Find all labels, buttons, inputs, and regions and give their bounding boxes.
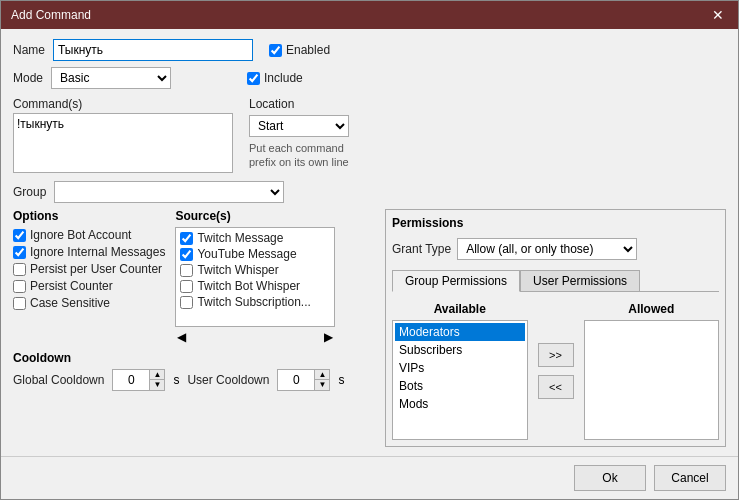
option-ignore-internal: Ignore Internal Messages — [13, 245, 165, 259]
tab-user-permissions[interactable]: User Permissions — [520, 270, 640, 291]
allowed-label: Allowed — [584, 302, 720, 316]
commands-section: Command(s) !тыкнуть Location Start End A… — [13, 97, 726, 173]
perm-item-moderators[interactable]: Moderators — [395, 323, 525, 341]
global-cooldown-unit: s — [173, 373, 179, 387]
close-button[interactable]: ✕ — [708, 8, 728, 22]
permissions-panel: Permissions Grant Type Allow (all, or on… — [385, 209, 726, 447]
global-cooldown-spinner: ▲ ▼ — [112, 369, 165, 391]
user-cooldown-spinner: ▲ ▼ — [277, 369, 330, 391]
name-label: Name — [13, 43, 45, 57]
enabled-checkbox[interactable] — [269, 44, 282, 57]
case-sensitive-checkbox[interactable] — [13, 297, 26, 310]
name-input[interactable] — [53, 39, 253, 61]
tabs-row: Group Permissions User Permissions — [392, 270, 719, 292]
commands-textarea[interactable]: !тыкнуть — [13, 113, 233, 173]
options-sources: Options Ignore Bot Account Ignore Intern… — [13, 209, 373, 345]
source-youtube-message-checkbox[interactable] — [180, 248, 193, 261]
persist-counter-checkbox[interactable] — [13, 280, 26, 293]
window-title: Add Command — [11, 8, 91, 22]
source-twitch-message-checkbox[interactable] — [180, 232, 193, 245]
option-persist-user: Persist per User Counter — [13, 262, 165, 276]
commands-area-wrap: Command(s) !тыкнуть — [13, 97, 233, 173]
group-select[interactable] — [54, 181, 284, 203]
source-twitch-sub-message-checkbox[interactable] — [180, 296, 193, 309]
mode-select[interactable]: Basic Advanced — [51, 67, 171, 89]
persist-counter-label: Persist Counter — [30, 279, 113, 293]
enabled-label: Enabled — [286, 43, 330, 57]
available-list[interactable]: Moderators Subscribers VIPs Bots Mods — [392, 320, 528, 440]
sources-scroll-nav: ◀ ▶ — [175, 329, 335, 345]
source-twitch-whisper-checkbox[interactable] — [180, 264, 193, 277]
left-panel: Options Ignore Bot Account Ignore Intern… — [13, 209, 373, 447]
source-twitch-whisper: Twitch Whisper — [178, 262, 332, 278]
source-twitch-sub-message: Twitch Subscription... — [178, 294, 332, 310]
persist-user-checkbox[interactable] — [13, 263, 26, 276]
mode-row: Mode Basic Advanced Include — [13, 67, 726, 89]
footer: Ok Cancel — [1, 456, 738, 499]
perm-item-mods[interactable]: Mods — [395, 395, 525, 413]
cooldown-row: Global Cooldown ▲ ▼ s User Cooldown — [13, 369, 373, 391]
cancel-button[interactable]: Cancel — [654, 465, 726, 491]
sources-list[interactable]: Twitch Message YouTube Message Twitch Wh… — [175, 227, 335, 327]
cooldown-label: Cooldown — [13, 351, 373, 365]
include-checkbox[interactable] — [247, 72, 260, 85]
enabled-checkbox-row: Enabled — [269, 43, 330, 57]
include-checkbox-row: Include — [247, 71, 303, 85]
source-youtube-message: YouTube Message — [178, 246, 332, 262]
ignore-bot-checkbox[interactable] — [13, 229, 26, 242]
ignore-internal-label: Ignore Internal Messages — [30, 245, 165, 259]
allowed-col: Allowed — [584, 302, 720, 440]
transfer-left-button[interactable]: << — [538, 375, 574, 399]
sources-box: Source(s) Twitch Message YouTube Message — [175, 209, 335, 345]
global-cooldown-up[interactable]: ▲ — [150, 370, 164, 380]
transfer-right-button[interactable]: >> — [538, 343, 574, 367]
options-label: Options — [13, 209, 165, 223]
permissions-title: Permissions — [392, 216, 719, 230]
options-box: Options Ignore Bot Account Ignore Intern… — [13, 209, 165, 345]
source-twitch-message: Twitch Message — [178, 230, 332, 246]
option-ignore-bot: Ignore Bot Account — [13, 228, 165, 242]
location-hint: Put each command prefix on its own line — [249, 141, 369, 170]
perm-item-subscribers[interactable]: Subscribers — [395, 341, 525, 359]
group-row: Group — [13, 181, 726, 203]
mode-label: Mode — [13, 71, 43, 85]
global-cooldown-label: Global Cooldown — [13, 373, 104, 387]
global-cooldown-input[interactable] — [113, 370, 149, 390]
include-label: Include — [264, 71, 303, 85]
main-content: Name Enabled Mode Basic Advanced Include… — [1, 29, 738, 456]
main-section: Options Ignore Bot Account Ignore Intern… — [13, 209, 726, 447]
grant-row: Grant Type Allow (all, or only those) De… — [392, 238, 719, 260]
available-col: Available Moderators Subscribers VIPs Bo… — [392, 302, 528, 440]
permissions-cols: Available Moderators Subscribers VIPs Bo… — [392, 302, 719, 440]
location-select[interactable]: Start End Anywhere — [249, 115, 349, 137]
global-cooldown-down[interactable]: ▼ — [150, 380, 164, 390]
add-command-window: Add Command ✕ Name Enabled Mode Basic Ad… — [0, 0, 739, 500]
user-cooldown-up[interactable]: ▲ — [315, 370, 329, 380]
group-label: Group — [13, 185, 46, 199]
allowed-list[interactable] — [584, 320, 720, 440]
ignore-bot-label: Ignore Bot Account — [30, 228, 131, 242]
user-cooldown-unit: s — [338, 373, 344, 387]
sources-label: Source(s) — [175, 209, 335, 223]
ok-button[interactable]: Ok — [574, 465, 646, 491]
location-wrap: Location Start End Anywhere Put each com… — [249, 97, 369, 173]
tab-group-permissions[interactable]: Group Permissions — [392, 270, 520, 292]
perm-item-bots[interactable]: Bots — [395, 377, 525, 395]
available-label: Available — [392, 302, 528, 316]
persist-user-label: Persist per User Counter — [30, 262, 162, 276]
grant-type-label: Grant Type — [392, 242, 451, 256]
case-sensitive-label: Case Sensitive — [30, 296, 110, 310]
grant-type-select[interactable]: Allow (all, or only those) Deny — [457, 238, 637, 260]
ignore-internal-checkbox[interactable] — [13, 246, 26, 259]
user-cooldown-label: User Cooldown — [187, 373, 269, 387]
perm-item-vips[interactable]: VIPs — [395, 359, 525, 377]
cooldown-section: Cooldown Global Cooldown ▲ ▼ s User Cool… — [13, 351, 373, 391]
name-row: Name Enabled — [13, 39, 726, 61]
user-cooldown-down[interactable]: ▼ — [315, 380, 329, 390]
option-case-sensitive: Case Sensitive — [13, 296, 165, 310]
source-twitch-bot-whisper-checkbox[interactable] — [180, 280, 193, 293]
user-cooldown-input[interactable] — [278, 370, 314, 390]
source-twitch-bot-whisper: Twitch Bot Whisper — [178, 278, 332, 294]
option-persist-counter: Persist Counter — [13, 279, 165, 293]
commands-label: Command(s) — [13, 97, 233, 111]
